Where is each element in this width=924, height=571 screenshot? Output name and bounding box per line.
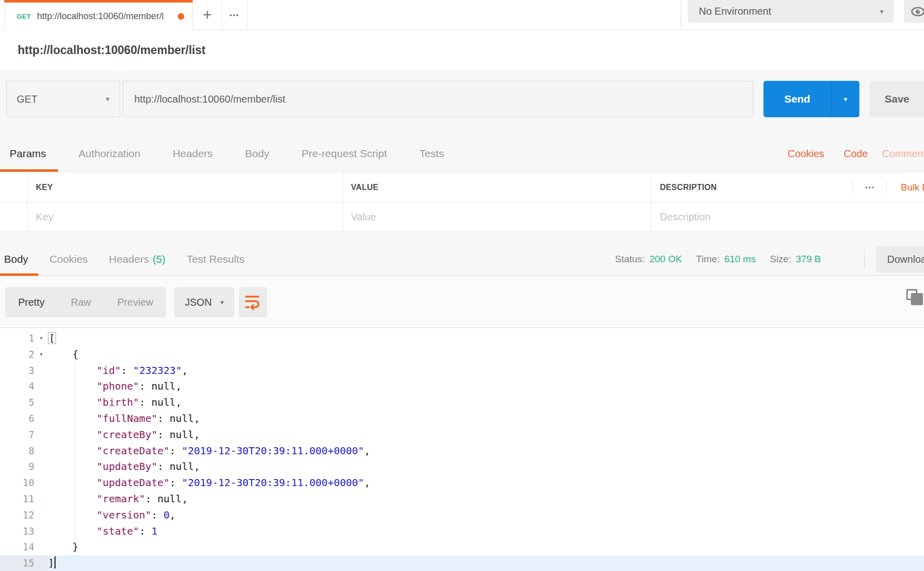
- tab-headers[interactable]: Headers: [173, 148, 213, 160]
- response-header: Body Cookies Headers(5) Test Results Sta…: [0, 243, 924, 276]
- gutter: 5: [0, 395, 48, 411]
- fold-spacer: [34, 459, 48, 475]
- line-number: 2: [0, 347, 34, 363]
- environment-preview-button[interactable]: [904, 0, 924, 23]
- line-number: 6: [0, 411, 34, 427]
- chevron-down-icon: ▾: [220, 298, 224, 306]
- view-mode-preview[interactable]: Preview: [104, 287, 166, 317]
- tab-authorization[interactable]: Authorization: [78, 148, 140, 160]
- environment-label: No Environment: [699, 6, 771, 17]
- code-text: "birth": null,: [48, 395, 924, 411]
- code-line: 11 "remark": null,: [0, 491, 924, 507]
- code-line: 14 }: [0, 539, 924, 555]
- environment-select[interactable]: No Environment ▾: [688, 0, 894, 23]
- word-wrap-button[interactable]: [239, 287, 267, 317]
- bulk-edit-link[interactable]: Bulk Edit: [893, 172, 924, 202]
- code-text: "updateDate": "2019-12-30T20:39:11.000+0…: [48, 475, 924, 491]
- more-icon: •••: [230, 11, 240, 19]
- page-title: http://localhost:10060/member/list: [18, 43, 206, 57]
- code-link[interactable]: Code: [844, 135, 868, 172]
- description-input[interactable]: Description: [651, 203, 924, 231]
- fold-toggle-icon[interactable]: ▾: [34, 347, 48, 363]
- send-options-button[interactable]: ▾: [831, 81, 859, 117]
- headers-count-badge: (5): [152, 253, 166, 265]
- new-tab-button[interactable]: +: [193, 0, 222, 30]
- language-select[interactable]: JSON ▾: [174, 287, 234, 317]
- divider: [886, 181, 887, 194]
- code-text: "remark": null,: [48, 491, 924, 507]
- postman-window: GET http://localhost:10060/member/l + ••…: [0, 0, 924, 571]
- tab-body[interactable]: Body: [245, 148, 269, 160]
- view-mode-pretty[interactable]: Pretty: [5, 287, 58, 317]
- line-number: 12: [0, 507, 34, 524]
- gutter: 11: [0, 491, 48, 507]
- save-button[interactable]: Save: [869, 81, 924, 117]
- row-handle-column: [0, 172, 28, 202]
- gutter: 8: [0, 443, 48, 459]
- tab-params[interactable]: Params: [10, 148, 46, 160]
- gutter: 7: [0, 427, 48, 443]
- fold-spacer: [34, 539, 48, 555]
- comments-link[interactable]: Comments: [882, 135, 924, 172]
- send-button[interactable]: Send ▾: [763, 81, 859, 117]
- line-number: 15: [0, 555, 34, 571]
- code-line: 1▾[: [0, 330, 924, 347]
- url-input[interactable]: http://localhost:10060/member/list: [123, 81, 753, 117]
- size-label: Size:: [770, 254, 791, 265]
- request-tab[interactable]: GET http://localhost:10060/member/l: [4, 0, 193, 30]
- key-input[interactable]: Key: [28, 203, 343, 231]
- value-input[interactable]: Value: [343, 203, 651, 231]
- code-text: "state": 1: [48, 524, 924, 540]
- row-handle-cell[interactable]: [0, 203, 28, 231]
- download-button[interactable]: Download: [876, 246, 924, 272]
- response-tab-test-results[interactable]: Test Results: [187, 253, 244, 265]
- line-number: 7: [0, 427, 34, 443]
- tab-pre-request-script[interactable]: Pre-request Script: [301, 148, 387, 160]
- tab-options-button[interactable]: •••: [222, 0, 247, 30]
- params-menu-button[interactable]: •••: [857, 172, 883, 202]
- code-text: "version": 0,: [48, 507, 924, 524]
- response-tab-cookies[interactable]: Cookies: [49, 253, 88, 265]
- response-tab-body[interactable]: Body: [4, 253, 28, 265]
- chevron-down-icon: ▾: [106, 94, 110, 104]
- divider: [864, 250, 865, 269]
- line-number: 1: [0, 330, 34, 347]
- code-line: 8 "createDate": "2019-12-30T20:39:11.000…: [0, 443, 924, 459]
- line-number: 4: [0, 378, 34, 395]
- description-placeholder: Description: [660, 211, 710, 223]
- tab-bar: GET http://localhost:10060/member/l + ••…: [0, 0, 924, 30]
- code-text: "updateBy": null,: [48, 459, 924, 475]
- line-number: 3: [0, 363, 34, 379]
- divider: [852, 181, 853, 194]
- view-mode-raw[interactable]: Raw: [58, 287, 104, 317]
- code-line: 15]: [0, 555, 924, 571]
- code-line: 13 "state": 1: [0, 524, 924, 540]
- fold-toggle-icon[interactable]: ▾: [34, 330, 48, 347]
- response-tab-headers[interactable]: Headers(5): [109, 253, 166, 265]
- response-toolbar: Pretty Raw Preview JSON ▾: [0, 276, 924, 327]
- text-caret: [55, 556, 56, 568]
- fold-spacer: [34, 363, 48, 379]
- column-header-description: DESCRIPTION: [660, 183, 717, 192]
- copy-response-button[interactable]: [906, 289, 924, 308]
- cookies-link[interactable]: Cookies: [788, 135, 824, 172]
- fold-spacer: [34, 411, 48, 427]
- fold-spacer: [34, 507, 48, 524]
- gutter: 6: [0, 411, 48, 427]
- fold-spacer: [34, 427, 48, 443]
- time-indicator: Time: 610 ms: [696, 254, 756, 265]
- code-lines: 1▾[2▾ {3 "id": "232323",4 "phone": null,…: [0, 330, 924, 571]
- divider: [681, 0, 681, 28]
- chevron-down-icon: ▾: [844, 95, 847, 103]
- gutter: 14: [0, 539, 48, 555]
- response-body-editor[interactable]: 1▾[2▾ {3 "id": "232323",4 "phone": null,…: [0, 327, 924, 571]
- time-value: 610 ms: [724, 254, 755, 265]
- method-select[interactable]: GET ▾: [6, 81, 120, 117]
- gutter: 10: [0, 475, 48, 491]
- fold-spacer: [34, 395, 48, 411]
- key-placeholder: Key: [36, 211, 53, 223]
- code-line: 4 "phone": null,: [0, 378, 924, 395]
- fold-spacer: [34, 491, 48, 507]
- line-number: 14: [0, 539, 34, 555]
- tab-tests[interactable]: Tests: [419, 148, 444, 160]
